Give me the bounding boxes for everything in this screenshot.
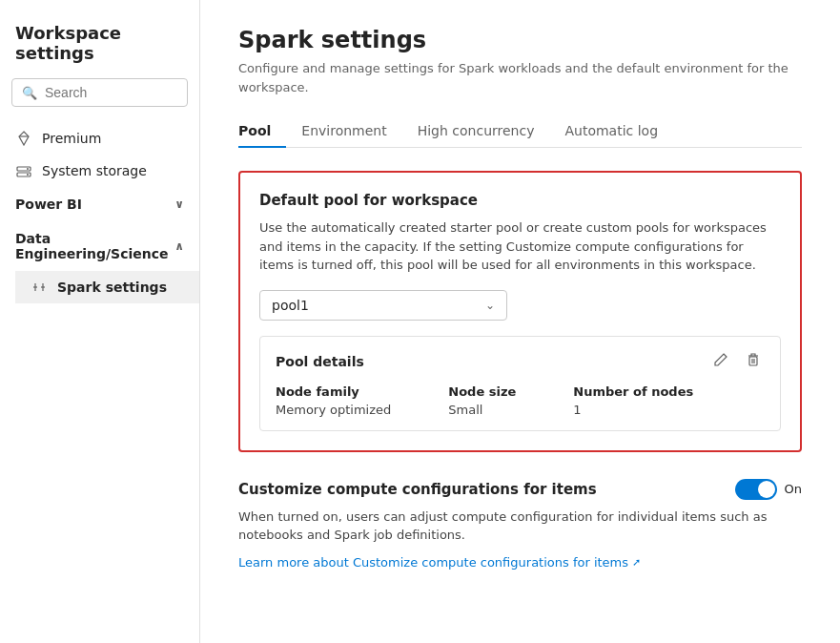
- delete-pool-button[interactable]: [742, 350, 765, 373]
- page-subtitle: Configure and manage settings for Spark …: [238, 59, 802, 96]
- node-size-value: Small: [448, 403, 516, 417]
- pool-col-node-size: Node size Small: [448, 384, 516, 417]
- toggle-label: On: [785, 482, 802, 496]
- pool-details-columns: Node family Memory optimized Node size S…: [276, 384, 765, 417]
- sidebar-section-powerbi-label: Power BI: [15, 197, 82, 212]
- chevron-down-icon: ∨: [174, 197, 184, 211]
- customize-header: Customize compute configurations for ite…: [238, 479, 802, 500]
- toggle-row: On: [735, 479, 802, 500]
- pool-col-num-nodes: Number of nodes 1: [573, 384, 693, 417]
- pool-details-card: Pool details: [259, 336, 781, 431]
- sidebar-item-premium-label: Premium: [42, 131, 101, 146]
- svg-rect-9: [749, 357, 757, 365]
- edit-pool-button[interactable]: [709, 350, 732, 373]
- tab-high-concurrency[interactable]: High concurrency: [402, 115, 550, 148]
- search-icon: 🔍: [22, 86, 37, 100]
- learn-more-text: Learn more about Customize compute confi…: [238, 555, 628, 570]
- customize-toggle[interactable]: [735, 479, 777, 500]
- search-box[interactable]: 🔍: [11, 78, 188, 107]
- pool-col-node-family: Node family Memory optimized: [276, 384, 391, 417]
- customize-section: Customize compute configurations for ite…: [238, 479, 802, 570]
- search-input[interactable]: [45, 85, 177, 100]
- sidebar-sub-items: Spark settings: [0, 271, 199, 303]
- sidebar-item-storage-label: System storage: [42, 163, 147, 178]
- workspace-settings-title: Workspace settings: [0, 15, 199, 78]
- node-family-value: Memory optimized: [276, 403, 391, 417]
- spark-settings-icon: [31, 280, 48, 295]
- main-content: Spark settings Configure and manage sett…: [200, 0, 840, 643]
- sidebar-section-data-engineering[interactable]: Data Engineering/Science ∧: [0, 221, 199, 271]
- sidebar-item-premium[interactable]: Premium: [0, 122, 199, 155]
- node-family-header: Node family: [276, 384, 391, 399]
- chevron-up-icon: ∧: [174, 239, 184, 253]
- tab-environment[interactable]: Environment: [286, 115, 401, 148]
- tab-pool[interactable]: Pool: [238, 115, 286, 148]
- svg-point-4: [27, 174, 29, 176]
- node-size-header: Node size: [448, 384, 516, 399]
- tab-automatic-log[interactable]: Automatic log: [549, 115, 673, 148]
- sidebar-section-power-bi[interactable]: Power BI ∨: [0, 187, 199, 221]
- pool-details-header: Pool details: [276, 350, 765, 373]
- diamond-icon: [15, 131, 32, 146]
- tabs-bar: Pool Environment High concurrency Automa…: [238, 115, 802, 148]
- pool-section: Default pool for workspace Use the autom…: [238, 171, 802, 452]
- customize-title: Customize compute configurations for ite…: [238, 481, 597, 498]
- learn-more-link[interactable]: Learn more about Customize compute confi…: [238, 555, 641, 570]
- customize-description: When turned on, users can adjust compute…: [238, 508, 802, 545]
- page-title: Spark settings: [238, 27, 802, 53]
- pool-section-description: Use the automatically created starter po…: [259, 218, 781, 275]
- sidebar-item-system-storage[interactable]: System storage: [0, 155, 199, 187]
- sidebar: Workspace settings 🔍 Premium: [0, 0, 200, 643]
- svg-point-3: [27, 168, 29, 170]
- sidebar-item-spark-label: Spark settings: [57, 280, 167, 295]
- pool-details-actions: [709, 350, 765, 373]
- pool-section-title: Default pool for workspace: [259, 192, 781, 209]
- pool-dropdown[interactable]: pool1 ⌄: [259, 290, 507, 321]
- sidebar-section-dataeng-label: Data Engineering/Science: [15, 231, 174, 261]
- sidebar-item-spark-settings[interactable]: Spark settings: [15, 271, 199, 303]
- external-link-icon: ➚: [632, 556, 641, 569]
- num-nodes-header: Number of nodes: [573, 384, 693, 399]
- storage-icon: [15, 163, 32, 178]
- num-nodes-value: 1: [573, 403, 693, 417]
- pool-details-title: Pool details: [276, 354, 364, 369]
- pool-dropdown-value: pool1: [272, 298, 309, 313]
- chevron-down-icon: ⌄: [485, 299, 495, 312]
